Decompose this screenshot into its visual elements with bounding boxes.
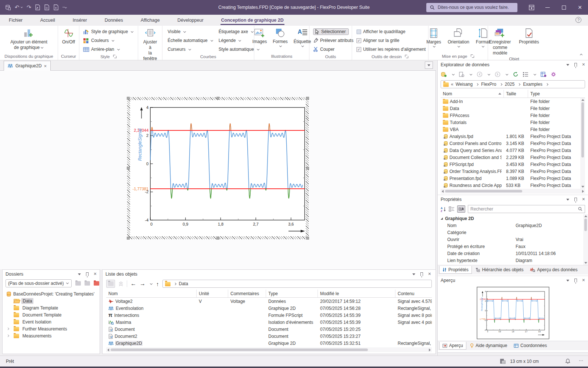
object-row[interactable]: Graphique2D Graphique 2D 07/05/2025 15:3… — [106, 340, 432, 347]
chart-style-button[interactable]: Style de graphique — [83, 27, 134, 36]
file-row[interactable]: Tutorials File folder — [441, 119, 585, 126]
tab-fichier[interactable]: Fichier — [8, 15, 24, 25]
tree-item[interactable]: Measurements — [3, 332, 100, 339]
up-arrow-icon[interactable]: ↑ — [156, 281, 159, 287]
object-row[interactable]: EventIsolation Graphique 2D 07/05/2025 1… — [106, 305, 432, 312]
resize-handle[interactable] — [127, 237, 130, 240]
explorer-hscrollbar[interactable] — [441, 189, 585, 194]
file-row[interactable]: Roundness and Circle Appr... 533 KB Flex… — [441, 182, 585, 189]
open-folder-button[interactable] — [106, 280, 115, 288]
minimize-button[interactable] — [539, 0, 556, 15]
file-row[interactable]: Analysis.fpd 1.801 KB FlexPro Project Da… — [441, 133, 585, 140]
pin-icon[interactable] — [420, 272, 423, 276]
tree-item[interactable]: Diagram Template — [3, 304, 100, 311]
property-row[interactable]: Date de création 10/01/2011 14:18:06 — [438, 250, 588, 257]
background-button[interactable]: Arrière-plan — [83, 45, 120, 54]
object-properties-button[interactable]: Propriétés — [517, 27, 541, 46]
copy-object-icon[interactable] — [44, 4, 50, 10]
notifications-bell-icon[interactable] — [565, 358, 570, 364]
back-arrow-icon[interactable]: ← — [130, 280, 136, 287]
document-list-dropdown[interactable] — [425, 61, 433, 69]
file-row[interactable]: Add-In File folder — [441, 98, 585, 105]
tree-root[interactable]: BaseDonnéesProjet: 'Creating Templates' — [3, 290, 100, 297]
property-group-row[interactable]: Graphique 2D — [438, 215, 588, 222]
property-value[interactable]: Diagram — [516, 258, 588, 263]
chart-2d[interactable]: 420-2-400,91,82,73,62,37044-1,77381Recta… — [130, 100, 306, 236]
add-chart-element-button[interactable]: Ajouter un élément de graphique — [8, 27, 50, 51]
pagesetup-dialog-launcher-icon[interactable] — [470, 54, 474, 58]
property-row[interactable]: Protégé en écriture Faux — [438, 243, 588, 250]
save-as-template-button[interactable]: Enregistrercomme modèle — [487, 27, 513, 57]
index-table-icon[interactable] — [541, 72, 546, 77]
close-panel-icon[interactable]: × — [582, 197, 585, 201]
properties-search-input[interactable]: Rechercher — [468, 205, 585, 213]
col-modifie[interactable]: Modifié le — [320, 291, 339, 296]
explorer-column-headers[interactable]: Nom Taille Type — [441, 90, 585, 98]
col-type[interactable]: Type — [268, 291, 278, 296]
tab-apercu-donnees[interactable]: Aperçu des données — [527, 266, 580, 273]
file-row[interactable]: VBA File folder — [441, 126, 585, 133]
tab-coordonnees[interactable]: Coordonnées — [511, 342, 550, 349]
images-button[interactable]: Images — [250, 27, 269, 45]
property-value[interactable]: Graphique2D — [516, 223, 588, 228]
redo-icon[interactable]: ↷ — [27, 4, 32, 11]
object-list-hscrollbar[interactable] — [106, 347, 432, 352]
alignment-guides-checkbox[interactable]: ✓ Utiliser les repères d'alignement — [356, 45, 426, 54]
close-panel-icon[interactable]: × — [582, 63, 585, 66]
cursors-button[interactable]: Curseurs — [168, 45, 214, 54]
tree-item[interactable]: Further Measurements — [3, 325, 100, 332]
colors-button[interactable]: Couleurs — [83, 36, 115, 45]
chart-page-selection[interactable]: 420-2-400,91,82,73,62,37044-1,77381Recta… — [127, 97, 309, 239]
col-nom[interactable]: Nom — [108, 291, 118, 296]
panel-menu-icon[interactable] — [566, 280, 569, 282]
pin-icon[interactable] — [86, 272, 89, 276]
cut-button[interactable]: Couper — [313, 45, 334, 54]
panel-menu-icon[interactable] — [78, 273, 81, 275]
tab-accueil[interactable]: Accueil — [40, 15, 56, 25]
next-folder-icon[interactable] — [85, 281, 90, 286]
resize-handle[interactable] — [306, 237, 309, 240]
resize-handle[interactable] — [127, 97, 130, 100]
file-row[interactable]: Presentation.fpd 1.089 KB FlexPro Projec… — [441, 175, 585, 182]
tell-me-search[interactable]: Dites-nous ce que vous voulez faire. — [426, 3, 517, 12]
object-list-breadcrumb[interactable]: Data — [162, 280, 432, 288]
back-icon[interactable] — [477, 71, 483, 77]
view-mode-icon[interactable] — [523, 72, 528, 77]
undo-icon[interactable]: ↶ — [15, 4, 23, 11]
property-value[interactable]: Faux — [516, 265, 588, 265]
panel-menu-icon[interactable] — [566, 199, 569, 201]
panel-menu-icon[interactable] — [412, 273, 415, 275]
tree-item[interactable]: Document Template — [3, 311, 100, 318]
sort-az-icon[interactable]: AZ — [441, 206, 446, 212]
refresh-icon[interactable] — [513, 71, 519, 77]
canvas[interactable]: 420-2-400,91,82,73,62,37044-1,77381Recta… — [0, 71, 436, 269]
resize-handle[interactable] — [216, 97, 219, 100]
select-tool-button[interactable]: Sélectionner — [313, 27, 349, 36]
file-row[interactable]: Control Panels and Control... 3.145 KB F… — [441, 140, 585, 147]
explorer-vscrollbar[interactable] — [580, 98, 585, 189]
chevron-down-icon[interactable] — [452, 72, 455, 75]
property-row[interactable]: Nom Graphique2D — [438, 222, 588, 229]
expand-chevron-icon[interactable] — [7, 335, 9, 337]
object-row[interactable]: Voltage2 V Voltage Données 20/02/2017 14… — [106, 298, 432, 305]
close-document-icon[interactable]: × — [44, 63, 47, 69]
ribbon-display-options-icon[interactable] — [523, 0, 539, 15]
object-row[interactable]: Maxima Isolation d'événements 07/05/2025… — [106, 319, 432, 326]
autostyle-button[interactable]: Style automatique — [219, 45, 260, 54]
settings-gear-icon[interactable] — [551, 71, 556, 77]
tab-inserer[interactable]: Insérer — [72, 15, 88, 25]
object-row[interactable]: Document Document 07/05/2025 15:20:25 — [106, 326, 432, 333]
resize-handle[interactable] — [306, 97, 309, 100]
data-source-icon[interactable] — [441, 72, 447, 77]
properties-vscrollbar[interactable] — [583, 214, 588, 265]
pin-icon[interactable] — [574, 279, 577, 282]
property-row[interactable]: Verrouillé Faux — [438, 264, 588, 265]
breadcrumb-path[interactable]: Data — [179, 281, 188, 286]
maximize-button[interactable] — [556, 0, 572, 15]
pick-attributes-button[interactable]: Prélever attributs — [313, 36, 354, 45]
cursor-onoff-button[interactable]: On/Off — [60, 27, 77, 46]
property-value[interactable]: 10/01/2011 14:18:06 — [516, 251, 588, 256]
file-row[interactable]: FPScript.fpd 3.453 KB FlexPro Project Da… — [441, 161, 585, 168]
resize-grip[interactable] — [579, 360, 583, 361]
expand-chevron-icon[interactable] — [7, 328, 9, 330]
